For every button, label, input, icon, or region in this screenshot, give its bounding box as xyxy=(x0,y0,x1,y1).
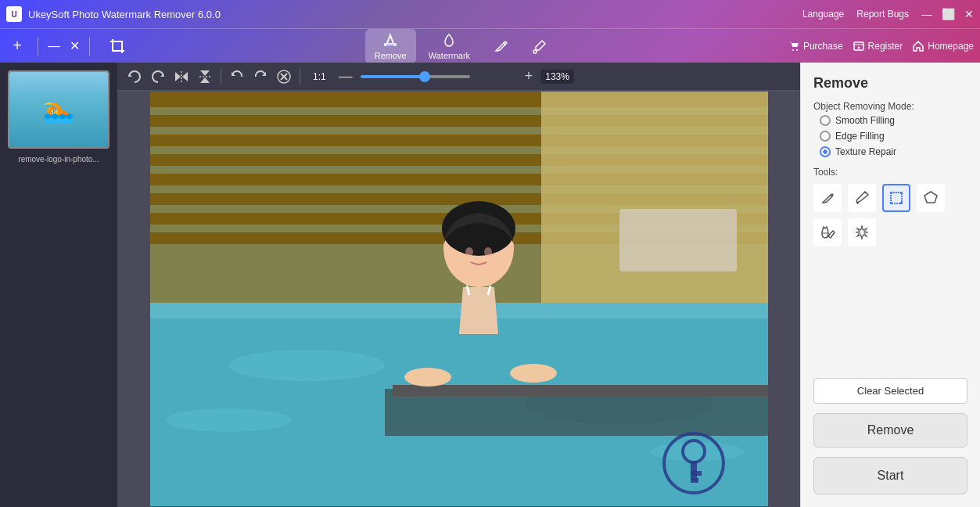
right-panel: Remove Object Removing Mode: Smooth Fill… xyxy=(800,63,980,507)
sidebar: 🏊 remove-logo-in-photo... xyxy=(0,63,117,507)
svg-rect-54 xyxy=(890,192,892,194)
main-content: 🏊 remove-logo-in-photo... xyxy=(0,63,980,507)
minimize2-button[interactable]: — xyxy=(48,39,60,53)
crop-tool-tab[interactable] xyxy=(99,34,135,58)
app-title: UkeySoft Photo Watermark Remover 6.0.0 xyxy=(28,9,221,20)
tools-label: Tools: xyxy=(813,167,967,178)
polygon-tool-button[interactable] xyxy=(917,184,945,212)
svg-rect-53 xyxy=(891,192,902,203)
canvas-area: 1:1 — + 133% xyxy=(117,63,800,507)
svg-rect-51 xyxy=(691,471,702,476)
flip-h-icon xyxy=(174,69,189,84)
texture-label: Texture Repair xyxy=(835,146,896,157)
photo-svg xyxy=(150,92,768,506)
polygon-icon xyxy=(923,190,939,206)
rotate-ccw-icon xyxy=(127,69,142,84)
close2-button[interactable]: ✕ xyxy=(70,38,80,53)
zoom-percentage: 133% xyxy=(540,70,574,84)
panel-title: Remove xyxy=(813,75,967,92)
object-removing-section: Object Removing Mode: Smooth Filling Edg… xyxy=(813,101,967,157)
report-bugs-button[interactable]: Report Bugs xyxy=(856,9,909,20)
smooth-filling-option[interactable]: Smooth Filling xyxy=(820,115,967,126)
svg-marker-12 xyxy=(200,70,210,76)
rectangle-tool-button[interactable] xyxy=(882,184,910,212)
svg-point-4 xyxy=(796,49,798,51)
clear-selected-button[interactable]: Clear Selected xyxy=(813,378,967,404)
add-button[interactable]: + xyxy=(6,35,28,57)
close-button[interactable]: ✕ xyxy=(964,9,974,20)
flip-h-button[interactable] xyxy=(174,69,189,84)
svg-point-6 xyxy=(857,46,860,49)
edge-label: Edge Filling xyxy=(835,131,885,142)
svg-point-42 xyxy=(484,247,492,257)
cancel-button[interactable] xyxy=(276,69,292,84)
fill-icon xyxy=(820,225,835,240)
svg-rect-52 xyxy=(691,478,698,483)
spacer xyxy=(813,256,967,369)
smooth-label: Smooth Filling xyxy=(835,115,895,126)
svg-point-3 xyxy=(792,49,794,51)
fill-tool-button[interactable] xyxy=(813,218,842,246)
svg-rect-55 xyxy=(900,192,903,194)
remove-button[interactable]: Remove xyxy=(813,413,967,448)
zoom-slider[interactable] xyxy=(361,75,470,78)
zoom-out-button[interactable]: — xyxy=(339,68,353,84)
title-bar-left: U UkeySoft Photo Watermark Remover 6.0.0 xyxy=(6,6,221,22)
menu-bar: + — ✕ Remove Watermark xyxy=(0,28,980,63)
rotate-cw-icon xyxy=(150,69,166,84)
zoom-slider-container xyxy=(361,75,517,78)
texture-repair-option[interactable]: Texture Repair xyxy=(820,146,967,157)
svg-marker-9 xyxy=(175,72,181,81)
rectangle-icon xyxy=(888,190,904,206)
app-icon: U xyxy=(6,6,22,22)
rotate-ccw-button[interactable] xyxy=(127,69,142,84)
redo-button[interactable] xyxy=(253,69,268,84)
menu-bar-left: + — ✕ xyxy=(6,34,135,58)
pen-tool-tab[interactable] xyxy=(483,34,519,58)
rotate-cw-button[interactable] xyxy=(150,69,166,84)
crop-icon xyxy=(109,38,126,55)
minimize-button[interactable]: — xyxy=(921,9,932,20)
tools-section: Tools: xyxy=(813,167,967,246)
mode-radio-group: Smooth Filling Edge Filling Texture Repa… xyxy=(813,115,967,157)
brush-tool-button[interactable] xyxy=(848,184,876,212)
start-button[interactable]: Start xyxy=(813,457,967,494)
edge-filling-option[interactable]: Edge Filling xyxy=(820,131,967,142)
menu-bar-center: Remove Watermark xyxy=(135,29,788,63)
title-bar: U UkeySoft Photo Watermark Remover 6.0.0… xyxy=(0,0,980,28)
svg-rect-56 xyxy=(890,202,892,204)
purchase-button[interactable]: Purchase xyxy=(788,40,843,52)
separator-2 xyxy=(89,37,90,56)
photo-display xyxy=(150,92,768,506)
homepage-button[interactable]: Homepage xyxy=(912,40,974,52)
zoom-1to1-button[interactable]: 1:1 xyxy=(313,71,326,82)
language-button[interactable]: Language xyxy=(802,9,844,20)
undo-icon xyxy=(229,69,245,84)
remove-tool-tab[interactable]: Remove xyxy=(365,29,416,63)
watermark-tool-tab[interactable]: Watermark xyxy=(419,29,479,63)
dropper-icon xyxy=(531,38,548,55)
undo-button[interactable] xyxy=(229,69,245,84)
zoom-in-button[interactable]: + xyxy=(525,68,533,84)
maximize-button[interactable]: ⬜ xyxy=(942,9,955,20)
home-icon xyxy=(912,40,924,52)
smooth-radio xyxy=(820,115,831,126)
pencil-tool-button[interactable] xyxy=(813,184,842,212)
svg-rect-38 xyxy=(393,385,768,397)
svg-rect-1 xyxy=(386,45,394,46)
svg-rect-50 xyxy=(691,461,697,480)
dropper-tool-tab[interactable] xyxy=(522,34,558,58)
canvas-toolbar: 1:1 — + 133% xyxy=(117,63,800,91)
object-removing-label: Object Removing Mode: xyxy=(813,101,967,112)
watermark-icon xyxy=(440,32,458,49)
remove-tab-label: Remove xyxy=(375,51,407,60)
thumbnail-item[interactable]: 🏊 xyxy=(8,70,109,149)
svg-point-41 xyxy=(465,247,473,257)
flip-v-button[interactable] xyxy=(197,69,213,84)
thumbnail-label: remove-logo-in-photo... xyxy=(18,155,99,164)
magic-tool-button[interactable] xyxy=(848,218,876,246)
texture-radio xyxy=(820,146,831,157)
redo-icon xyxy=(253,69,268,84)
separator-1 xyxy=(38,37,38,56)
register-button[interactable]: Register xyxy=(853,40,903,52)
